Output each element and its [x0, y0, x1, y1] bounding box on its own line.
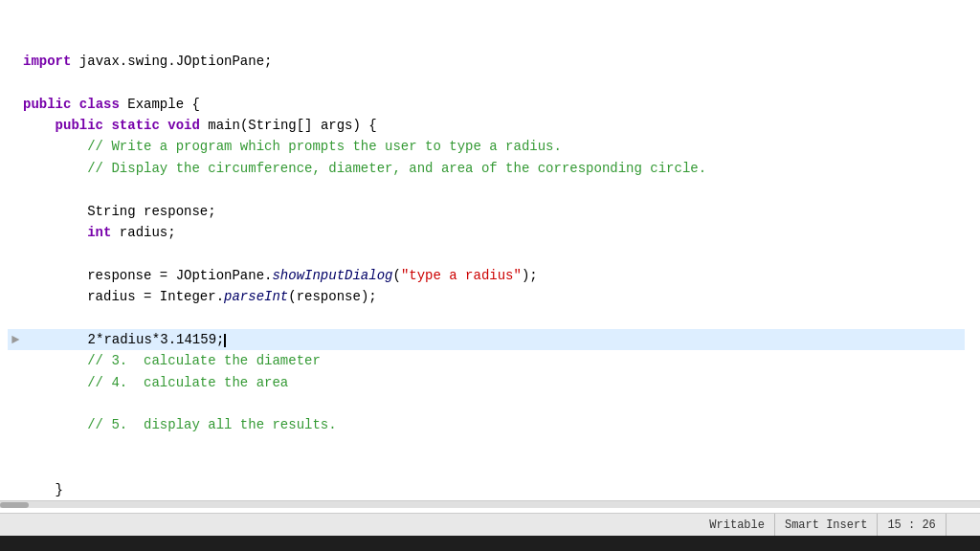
token-plain [71, 97, 78, 112]
token-plain: (response); [288, 289, 376, 304]
token-plain: String response; [23, 204, 216, 219]
line-content [23, 243, 961, 264]
line-content: } [23, 479, 961, 500]
bottom-bar [0, 536, 980, 551]
code-line [8, 179, 965, 200]
code-line: ► 2*radius*3.14159; [8, 329, 965, 350]
token-kw-void: void [167, 118, 200, 133]
line-content: response = JOptionPane.showInputDialog("… [23, 265, 961, 286]
line-content: // 3. calculate the diameter [23, 350, 961, 371]
token-comment: // Display the circumference, diameter, … [87, 161, 706, 176]
line-content: public static void main(String[] args) { [23, 115, 961, 136]
code-line: // Display the circumference, diameter, … [8, 158, 965, 179]
token-method: showInputDialog [272, 268, 392, 283]
code-line [8, 307, 965, 328]
code-line [8, 457, 965, 478]
token-plain: (String[] args) { [240, 118, 377, 133]
line-content: public class Example { [23, 94, 961, 115]
smart-insert-status: Smart Insert [775, 514, 878, 536]
line-content: // 4. calculate the area [23, 372, 961, 393]
token-plain [23, 161, 87, 176]
token-kw-import: import [23, 54, 71, 69]
line-content [23, 72, 961, 93]
token-comment: // 4. calculate the area [87, 375, 288, 390]
line-content: int radius; [23, 222, 961, 243]
code-line: String response; [8, 201, 965, 222]
token-plain [23, 139, 87, 154]
token-plain: { [184, 97, 200, 112]
token-comment: // 3. calculate the diameter [87, 353, 321, 368]
line-content: 2*radius*3.14159; [23, 329, 961, 350]
text-cursor [224, 334, 226, 347]
token-plain [23, 417, 87, 432]
code-line [8, 72, 965, 93]
token-plain: radius; [111, 225, 175, 240]
code-line [8, 243, 965, 264]
token-kw-static: static [111, 118, 159, 133]
line-content [23, 393, 961, 414]
code-line: int radius; [8, 222, 965, 243]
line-content: import javax.swing.JOptionPane; [23, 51, 961, 72]
code-line [8, 393, 965, 414]
code-lines: import javax.swing.JOptionPane; public c… [0, 8, 980, 500]
token-plain: } [23, 482, 63, 497]
token-string: "type a radius" [401, 268, 522, 283]
token-plain [23, 375, 87, 390]
code-line: response = JOptionPane.showInputDialog("… [8, 265, 965, 286]
token-class-name: Example [127, 97, 184, 112]
status-extra [947, 514, 972, 536]
token-plain [23, 353, 87, 368]
line-content: String response; [23, 201, 961, 222]
writable-status: Writable [700, 514, 775, 536]
line-content [23, 457, 961, 478]
code-line: public static void main(String[] args) { [8, 115, 965, 136]
token-identifier: main [208, 118, 240, 133]
token-plain: ( [392, 268, 400, 283]
token-plain: javax.swing.JOptionPane; [71, 54, 272, 69]
code-line: // 4. calculate the area [8, 372, 965, 393]
token-method: parseInt [224, 289, 288, 304]
scrollbar-thumb[interactable] [0, 502, 29, 508]
token-plain [160, 118, 167, 133]
line-content [23, 179, 961, 200]
cursor-position: 15 : 26 [878, 514, 946, 536]
token-comment: // 5. display all the results. [87, 417, 336, 432]
token-kw-class: class [79, 97, 120, 112]
code-line: // 3. calculate the diameter [8, 350, 965, 371]
code-line: public class Example { [8, 94, 965, 115]
token-plain [120, 97, 127, 112]
token-plain: radius = Integer. [23, 289, 224, 304]
line-content [23, 436, 961, 457]
line-gutter-marker: ► [11, 329, 19, 350]
token-plain [23, 118, 56, 133]
token-plain: response = JOptionPane. [23, 268, 272, 283]
token-kw-int: int [87, 225, 111, 240]
token-kw-public: public [56, 118, 103, 133]
line-content: radius = Integer.parseInt(response); [23, 286, 961, 307]
token-plain [23, 225, 87, 240]
token-plain: ); [522, 268, 538, 283]
code-line: // Write a program which prompts the use… [8, 136, 965, 157]
code-line: import javax.swing.JOptionPane; [8, 51, 965, 72]
status-bar: Writable Smart Insert 15 : 26 [0, 513, 980, 536]
code-line: } [8, 479, 965, 500]
code-line: radius = Integer.parseInt(response); [8, 286, 965, 307]
code-line [8, 436, 965, 457]
line-content [23, 307, 961, 328]
token-comment: // Write a program which prompts the use… [87, 139, 562, 154]
horizontal-scrollbar[interactable] [0, 500, 980, 508]
token-kw-public: public [23, 97, 71, 112]
line-content: // Write a program which prompts the use… [23, 136, 961, 157]
line-content: // 5. display all the results. [23, 414, 961, 435]
code-editor[interactable]: import javax.swing.JOptionPane; public c… [0, 0, 980, 513]
token-plain: 2*radius*3.14159; [23, 332, 224, 347]
line-content: // Display the circumference, diameter, … [23, 158, 961, 179]
code-line: // 5. display all the results. [8, 414, 965, 435]
